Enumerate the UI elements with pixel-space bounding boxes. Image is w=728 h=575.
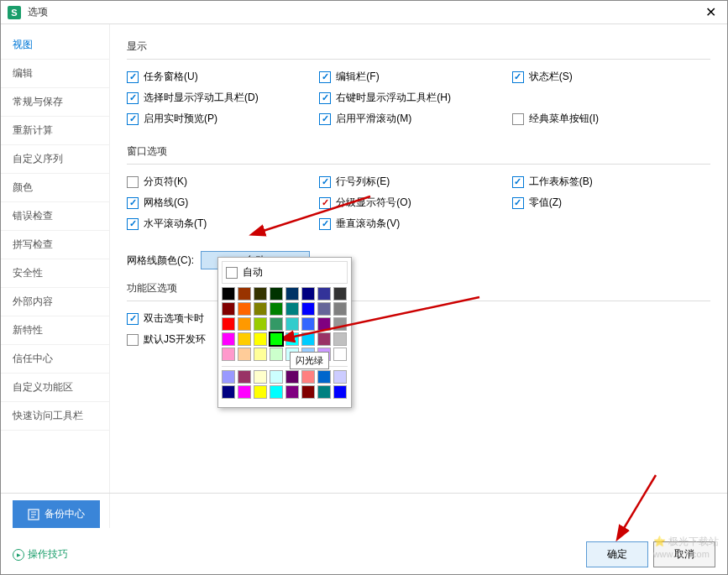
- label: 分级显示符号(O): [336, 196, 411, 210]
- color-swatch[interactable]: [285, 332, 299, 346]
- color-swatch[interactable]: [285, 302, 299, 316]
- color-swatch[interactable]: [317, 332, 331, 346]
- color-swatch[interactable]: [301, 287, 315, 301]
- checkbox-zero-values[interactable]: [512, 197, 524, 209]
- checkbox-hscroll[interactable]: [127, 218, 139, 230]
- color-swatch[interactable]: [254, 385, 267, 399]
- color-swatch[interactable]: [301, 370, 315, 384]
- color-swatch[interactable]: [270, 332, 283, 346]
- sidebar-item-external[interactable]: 外部内容: [1, 288, 109, 316]
- color-swatch[interactable]: [301, 317, 315, 331]
- color-swatch[interactable]: [254, 287, 267, 301]
- checkbox-gridlines[interactable]: [127, 197, 139, 209]
- color-swatch[interactable]: [270, 370, 283, 384]
- sidebar-item-recalc[interactable]: 重新计算: [1, 117, 109, 145]
- tips-link[interactable]: 操作技巧: [13, 547, 68, 562]
- color-swatch[interactable]: [270, 317, 283, 331]
- checkbox-status-bar[interactable]: [512, 71, 524, 83]
- checkbox-classic-menu[interactable]: [512, 113, 524, 125]
- color-swatch[interactable]: [222, 317, 235, 331]
- sidebar-item-new-features[interactable]: 新特性: [1, 316, 109, 345]
- color-swatch[interactable]: [222, 348, 235, 361]
- label: 行号列标(E): [336, 175, 390, 189]
- color-swatch[interactable]: [222, 385, 235, 399]
- color-swatch[interactable]: [222, 370, 235, 384]
- color-swatch[interactable]: [333, 317, 347, 331]
- bottom-bar: 备份中心 操作技巧 确定 取消: [1, 493, 727, 574]
- label: 垂直滚动条(V): [336, 217, 400, 231]
- sidebar-item-edit[interactable]: 编辑: [1, 60, 109, 88]
- color-swatch[interactable]: [317, 317, 331, 331]
- color-swatch[interactable]: [222, 302, 235, 316]
- color-swatch[interactable]: [317, 287, 331, 301]
- checkbox-dblclick-tab[interactable]: [127, 313, 139, 325]
- checkbox-page-break[interactable]: [127, 176, 139, 188]
- color-swatch[interactable]: [301, 332, 315, 346]
- color-swatch[interactable]: [238, 302, 251, 316]
- color-swatch[interactable]: [238, 287, 251, 301]
- checkbox-default-js-dev[interactable]: [127, 334, 139, 346]
- color-swatch[interactable]: [238, 370, 251, 384]
- color-auto-button[interactable]: 自动: [222, 261, 348, 284]
- sidebar-item-color[interactable]: 颜色: [1, 174, 109, 202]
- checkbox-smooth-scroll[interactable]: [319, 113, 331, 125]
- label: 启用实时预览(P): [144, 112, 217, 126]
- sidebar-item-spell-check[interactable]: 拼写检查: [1, 231, 109, 259]
- color-swatch[interactable]: [317, 370, 331, 384]
- color-swatch[interactable]: [238, 385, 251, 399]
- color-swatch[interactable]: [317, 302, 331, 316]
- ok-button[interactable]: 确定: [586, 541, 648, 567]
- color-swatch[interactable]: [222, 287, 235, 301]
- checkbox-outline-symbols[interactable]: [319, 197, 331, 209]
- color-swatch[interactable]: [254, 370, 267, 384]
- color-swatch[interactable]: [285, 385, 299, 399]
- close-icon[interactable]: ✕: [700, 3, 720, 23]
- color-swatch[interactable]: [254, 332, 267, 346]
- color-swatch[interactable]: [270, 348, 283, 361]
- color-swatch[interactable]: [333, 332, 347, 346]
- checkbox-sheet-tabs[interactable]: [512, 176, 524, 188]
- sidebar-item-quick-access[interactable]: 快速访问工具栏: [1, 402, 109, 431]
- color-swatch[interactable]: [254, 348, 267, 361]
- color-swatch[interactable]: [222, 332, 235, 346]
- color-swatch[interactable]: [270, 385, 283, 399]
- checkbox-vscroll[interactable]: [319, 218, 331, 230]
- color-swatch[interactable]: [301, 385, 315, 399]
- checkbox-task-pane[interactable]: [127, 71, 139, 83]
- color-swatch[interactable]: [317, 385, 331, 399]
- color-swatch[interactable]: [238, 317, 251, 331]
- color-swatch[interactable]: [285, 370, 299, 384]
- color-swatch[interactable]: [301, 302, 315, 316]
- color-swatch[interactable]: [254, 302, 267, 316]
- color-swatch[interactable]: [333, 385, 347, 399]
- color-picker-popup: 自动: [217, 257, 352, 408]
- color-swatch[interactable]: [285, 287, 299, 301]
- sidebar-item-custom-seq[interactable]: 自定义序列: [1, 145, 109, 174]
- checkbox-row-col-header[interactable]: [319, 176, 331, 188]
- checkbox-formula-bar[interactable]: [319, 71, 331, 83]
- color-swatch[interactable]: [333, 287, 347, 301]
- checkbox-float-select[interactable]: [127, 92, 139, 104]
- color-swatch[interactable]: [333, 302, 347, 316]
- backup-center-button[interactable]: 备份中心: [13, 500, 100, 528]
- sidebar-item-custom-ribbon[interactable]: 自定义功能区: [1, 374, 109, 402]
- color-swatch[interactable]: [333, 370, 347, 384]
- play-circle-icon: [13, 549, 24, 561]
- color-swatch[interactable]: [254, 317, 267, 331]
- checkbox-live-preview[interactable]: [127, 113, 139, 125]
- sidebar-item-general-save[interactable]: 常规与保存: [1, 88, 109, 117]
- sidebar-item-security[interactable]: 安全性: [1, 259, 109, 288]
- cancel-button[interactable]: 取消: [653, 541, 715, 567]
- color-swatch[interactable]: [333, 348, 347, 361]
- sidebar-item-error-check[interactable]: 错误检查: [1, 202, 109, 231]
- color-swatch[interactable]: [238, 348, 251, 361]
- color-swatch[interactable]: [238, 332, 251, 346]
- label: 状态栏(S): [529, 70, 573, 84]
- checkbox-float-rightclick[interactable]: [319, 92, 331, 104]
- color-grid-main: [222, 287, 348, 361]
- color-swatch[interactable]: [270, 287, 283, 301]
- color-swatch[interactable]: [285, 317, 299, 331]
- sidebar-item-view[interactable]: 视图: [1, 31, 109, 60]
- sidebar-item-trust-center[interactable]: 信任中心: [1, 345, 109, 374]
- color-swatch[interactable]: [270, 302, 283, 316]
